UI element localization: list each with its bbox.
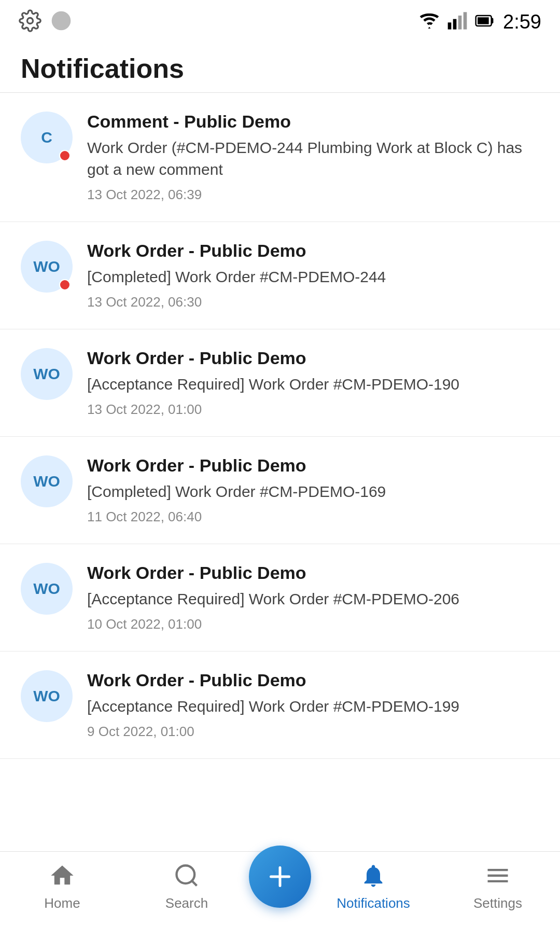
page-title: Notifications [21,53,539,84]
nav-item-notifications[interactable]: Notifications [311,862,436,911]
home-icon [49,862,76,891]
settings-icon [484,862,511,891]
notification-content: Work Order - Public Demo [Acceptance Req… [87,670,539,740]
avatar-container: WO [21,241,73,293]
avatar-container: WO [21,563,73,615]
avatar-container: WO [21,455,73,507]
notification-content: Work Order - Public Demo [Acceptance Req… [87,563,539,632]
avatar: WO [21,348,73,400]
svg-point-8 [177,866,195,884]
notification-item[interactable]: WO Work Order - Public Demo [Acceptance … [0,652,560,759]
notifications-icon [360,862,387,891]
unread-dot [59,279,71,290]
unread-dot [59,150,71,161]
notification-content: Work Order - Public Demo [Acceptance Req… [87,348,539,418]
nav-item-settings[interactable]: Settings [436,862,560,911]
notification-body: [Completed] Work Order #CM-PDEMO-244 [87,266,539,288]
circle-icon [50,9,73,34]
status-right-icons: 2:59 [419,10,541,33]
nav-item-fab[interactable] [249,866,311,908]
notification-content: Comment - Public Demo Work Order (#CM-PD… [87,112,539,203]
svg-rect-7 [478,17,489,24]
notification-time: 11 Oct 2022, 06:40 [87,509,539,525]
gear-icon [19,9,41,34]
notification-item[interactable]: WO Work Order - Public Demo [Acceptance … [0,329,560,437]
settings-nav-label: Settings [473,895,522,911]
page-header: Notifications [0,40,560,93]
notification-title: Work Order - Public Demo [87,670,539,690]
notification-item[interactable]: WO Work Order - Public Demo [Acceptance … [0,544,560,652]
status-time: 2:59 [503,11,541,33]
status-bar: 2:59 [0,0,560,40]
notification-item[interactable]: WO Work Order - Public Demo [Completed] … [0,437,560,544]
notification-body: Work Order (#CM-PDEMO-244 Plumbing Work … [87,137,539,181]
search-icon [173,862,200,891]
notification-title: Work Order - Public Demo [87,563,539,583]
notification-body: [Acceptance Required] Work Order #CM-PDE… [87,696,539,717]
notification-title: Work Order - Public Demo [87,455,539,476]
avatar: WO [21,563,73,615]
svg-rect-4 [458,16,462,30]
svg-rect-5 [464,12,467,29]
search-nav-label: Search [165,895,208,911]
signal-icon [447,10,468,33]
battery-icon [475,10,496,33]
home-nav-label: Home [44,895,80,911]
notification-content: Work Order - Public Demo [Completed] Wor… [87,241,539,310]
notification-body: [Completed] Work Order #CM-PDEMO-169 [87,481,539,503]
notification-item[interactable]: WO Work Order - Public Demo [Completed] … [0,222,560,329]
svg-rect-2 [448,22,452,29]
avatar-container: WO [21,348,73,400]
avatar-container: C [21,112,73,163]
notification-time: 10 Oct 2022, 01:00 [87,616,539,632]
notification-body: [Acceptance Required] Work Order #CM-PDE… [87,588,539,610]
status-left-icons [19,9,73,34]
fab-button[interactable] [249,846,311,908]
notification-title: Work Order - Public Demo [87,241,539,261]
svg-point-0 [27,18,33,24]
nav-item-search[interactable]: Search [124,862,249,911]
wifi-icon [419,10,440,33]
svg-point-1 [52,11,71,31]
notification-title: Work Order - Public Demo [87,348,539,368]
avatar-container: WO [21,670,73,722]
bottom-nav: Home Search Notifications [0,851,560,928]
svg-rect-3 [453,19,457,30]
avatar: WO [21,455,73,507]
notification-item[interactable]: C Comment - Public Demo Work Order (#CM-… [0,93,560,222]
notification-time: 9 Oct 2022, 01:00 [87,724,539,740]
notification-time: 13 Oct 2022, 06:39 [87,187,539,203]
avatar: WO [21,670,73,722]
notification-list: C Comment - Public Demo Work Order (#CM-… [0,93,560,759]
notification-time: 13 Oct 2022, 01:00 [87,401,539,418]
notification-content: Work Order - Public Demo [Completed] Wor… [87,455,539,525]
notification-time: 13 Oct 2022, 06:30 [87,294,539,310]
notification-title: Comment - Public Demo [87,112,539,132]
nav-item-home[interactable]: Home [0,862,124,911]
notifications-nav-label: Notifications [337,895,410,911]
notification-body: [Acceptance Required] Work Order #CM-PDE… [87,373,539,395]
